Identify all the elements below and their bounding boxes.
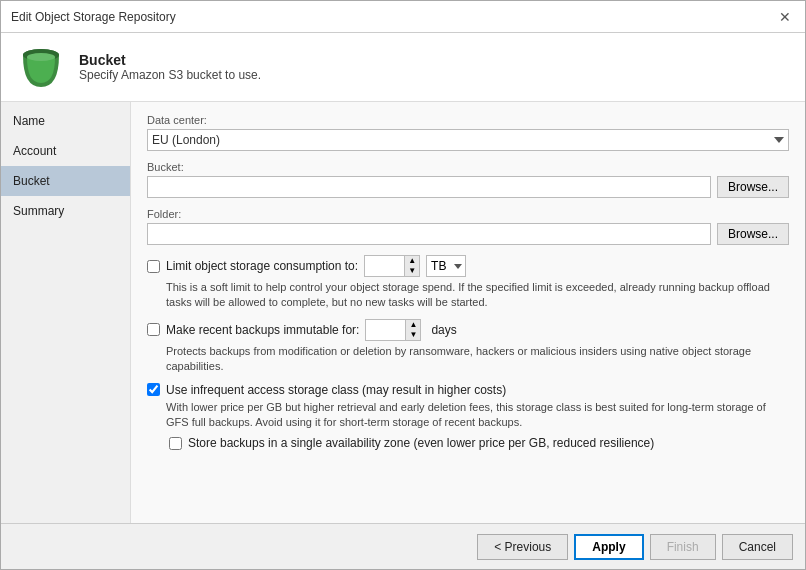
folder-group: Folder: Browse... [147,208,789,245]
previous-button[interactable]: < Previous [477,534,568,560]
sidebar-item-account[interactable]: Account [1,136,130,166]
limit-storage-spinner: 10 ▲ ▼ [364,255,420,277]
header-text: Bucket Specify Amazon S3 bucket to use. [79,52,261,82]
footer: < Previous Apply Finish Cancel [1,523,805,569]
title-bar: Edit Object Storage Repository ✕ [1,1,805,33]
apply-button[interactable]: Apply [574,534,643,560]
limit-storage-helper: This is a soft limit to help control you… [166,280,789,311]
folder-input[interactable] [147,223,711,245]
bucket-input[interactable] [147,176,711,198]
limit-storage-down-button[interactable]: ▼ [405,266,419,276]
limit-storage-row: Limit object storage consumption to: 10 … [147,255,789,277]
folder-label: Folder: [147,208,789,220]
single-zone-row: Store backups in a single availability z… [169,436,789,450]
limit-storage-checkbox[interactable] [147,260,160,273]
data-center-group: Data center: EU (London) [147,114,789,151]
dialog-title: Edit Object Storage Repository [11,10,176,24]
infrequent-helper: With lower price per GB but higher retri… [166,400,789,431]
data-center-select[interactable]: EU (London) [147,129,789,151]
immutable-unit-label: days [431,323,456,337]
immutable-helper: Protects backups from modification or de… [166,344,789,375]
sidebar: Name Account Bucket Summary [1,102,131,523]
limit-storage-unit-select[interactable]: TB GB [426,255,466,277]
header-section: Bucket Specify Amazon S3 bucket to use. [1,33,805,102]
bucket-group: Bucket: Browse... [147,161,789,198]
infrequent-checkbox[interactable] [147,383,160,396]
dialog: Edit Object Storage Repository ✕ Bucket … [0,0,806,570]
sidebar-item-bucket[interactable]: Bucket [1,166,130,196]
bucket-row: Browse... [147,176,789,198]
limit-storage-group: Limit object storage consumption to: 10 … [147,255,789,311]
sidebar-item-summary[interactable]: Summary [1,196,130,226]
limit-storage-label: Limit object storage consumption to: [166,259,358,273]
immutable-spinner: 30 ▲ ▼ [365,319,421,341]
finish-button[interactable]: Finish [650,534,716,560]
main-content: Data center: EU (London) Bucket: Browse.… [131,102,805,523]
infrequent-group: Use infrequent access storage class (may… [147,383,789,451]
single-zone-label: Store backups in a single availability z… [188,436,654,450]
single-zone-checkbox[interactable] [169,437,182,450]
immutable-row: Make recent backups immutable for: 30 ▲ … [147,319,789,341]
immutable-checkbox[interactable] [147,323,160,336]
immutable-value-input[interactable]: 30 [366,320,406,340]
sidebar-item-name[interactable]: Name [1,106,130,136]
bucket-icon [17,43,65,91]
immutable-up-button[interactable]: ▲ [406,320,420,330]
close-button[interactable]: ✕ [775,7,795,27]
data-center-label: Data center: [147,114,789,126]
immutable-label: Make recent backups immutable for: [166,323,359,337]
header-title: Bucket [79,52,261,68]
limit-storage-value-input[interactable]: 10 [365,256,405,276]
folder-row: Browse... [147,223,789,245]
bucket-browse-button[interactable]: Browse... [717,176,789,198]
cancel-button[interactable]: Cancel [722,534,793,560]
svg-point-2 [27,53,55,61]
limit-storage-up-button[interactable]: ▲ [405,256,419,266]
limit-storage-spinner-buttons: ▲ ▼ [405,256,419,276]
immutable-down-button[interactable]: ▼ [406,330,420,340]
single-zone-group: Store backups in a single availability z… [169,436,789,450]
immutable-group: Make recent backups immutable for: 30 ▲ … [147,319,789,375]
bucket-label: Bucket: [147,161,789,173]
content-area: Name Account Bucket Summary Data center:… [1,102,805,523]
folder-browse-button[interactable]: Browse... [717,223,789,245]
infrequent-label: Use infrequent access storage class (may… [166,383,506,397]
immutable-spinner-buttons: ▲ ▼ [406,320,420,340]
header-subtitle: Specify Amazon S3 bucket to use. [79,68,261,82]
infrequent-row: Use infrequent access storage class (may… [147,383,789,397]
